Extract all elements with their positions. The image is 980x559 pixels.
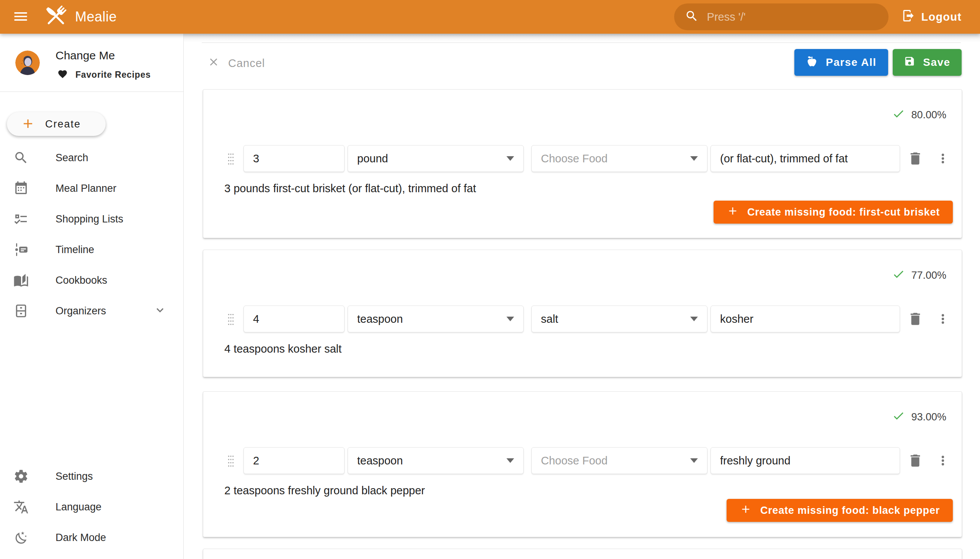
cabinet-icon [13, 303, 29, 319]
sidebar-item-label: Shopping Lists [56, 213, 123, 225]
confidence-indicator: 77.00% [892, 268, 946, 283]
more-options-button[interactable] [934, 452, 952, 469]
more-options-button[interactable] [934, 150, 952, 167]
create-missing-food-button[interactable]: Create missing food: black pepper [727, 499, 953, 522]
sidebar-item-settings[interactable]: Settings [0, 461, 183, 491]
delete-button[interactable] [906, 310, 925, 328]
quantity-input[interactable] [243, 306, 345, 332]
ingredient-card: 80.00% pound Choose Food [203, 89, 962, 238]
drag-handle[interactable] [223, 150, 238, 167]
calendar-icon [13, 180, 29, 197]
sidebar-item-shopping-lists[interactable]: Shopping Lists [0, 204, 183, 234]
app-header: Mealie Logout [0, 0, 980, 34]
logout-icon [902, 9, 915, 25]
sidebar-item-search[interactable]: Search [0, 142, 183, 173]
dropdown-arrow-icon [506, 317, 514, 321]
delete-button[interactable] [906, 149, 925, 168]
food-select[interactable]: salt [531, 306, 707, 332]
sidebar: Change Me Favorite Recipes Create Search [0, 34, 184, 559]
dropdown-arrow-icon [506, 458, 514, 463]
moon-icon [13, 529, 29, 546]
sidebar-nav: Search Meal Planner Shopping Lists [0, 142, 183, 326]
food-value: salt [541, 313, 558, 326]
save-button[interactable]: Save [893, 49, 962, 76]
confidence-value: 93.00% [911, 411, 946, 423]
cancel-label: Cancel [228, 57, 265, 70]
sidebar-item-label: Search [56, 152, 88, 164]
floppy-icon [904, 56, 915, 70]
note-input[interactable] [711, 306, 900, 332]
mealie-logo[interactable] [42, 3, 70, 31]
sheet-top-border [202, 43, 961, 43]
plus-icon [740, 503, 752, 518]
sidebar-item-label: Meal Planner [56, 183, 116, 195]
sidebar-item-timeline[interactable]: Timeline [0, 234, 183, 265]
sidebar-item-label: Organizers [56, 305, 106, 317]
parse-all-button[interactable]: Parse All [794, 49, 888, 76]
sidebar-item-label: Dark Mode [56, 532, 106, 544]
create-label: Create [45, 118, 81, 130]
book-open-icon [13, 272, 29, 288]
search-icon [13, 150, 29, 166]
heart-icon [58, 69, 68, 81]
favorite-recipes-link[interactable]: Favorite Recipes [58, 69, 151, 81]
checklist-icon [13, 211, 29, 227]
confidence-value: 80.00% [911, 109, 946, 121]
drag-handle[interactable] [223, 311, 238, 327]
chevron-down-icon [153, 303, 167, 319]
check-icon [892, 107, 905, 123]
more-options-button[interactable] [934, 311, 952, 327]
ingredient-fields-row: teaspoon Choose Food [203, 447, 962, 474]
dropdown-arrow-icon [690, 156, 698, 161]
main-content: Cancel Parse All Save 80.00% [184, 34, 980, 559]
timeline-icon [13, 241, 29, 258]
sidebar-item-label: Cookbooks [56, 275, 107, 286]
app-title[interactable]: Mealie [75, 9, 117, 25]
avatar[interactable] [15, 51, 40, 75]
save-label: Save [923, 56, 950, 69]
logout-button[interactable]: Logout [902, 9, 962, 25]
food-placeholder: Choose Food [541, 455, 608, 467]
sidebar-item-language[interactable]: Language [0, 491, 183, 522]
unit-select[interactable]: teaspoon [348, 447, 524, 474]
create-missing-food-label: Create missing food: black pepper [760, 504, 940, 516]
parse-all-label: Parse All [826, 56, 876, 69]
create-missing-food-button[interactable]: Create missing food: first-cut brisket [714, 201, 953, 223]
ingredient-card: 93.00% teaspoon Choose Food [203, 391, 962, 537]
cancel-button[interactable]: Cancel [208, 55, 265, 71]
unit-select[interactable]: teaspoon [348, 306, 524, 332]
original-ingredient-text: 3 pounds first-cut brisket (or flat-cut)… [224, 181, 476, 196]
search-bar[interactable] [674, 3, 889, 30]
silverware-icon [43, 3, 69, 31]
original-ingredient-text: 2 teaspoons freshly ground black pepper [224, 483, 425, 498]
confidence-indicator: 93.00% [892, 409, 946, 425]
quantity-input[interactable] [243, 447, 345, 474]
unit-select[interactable]: pound [348, 145, 524, 172]
plus-icon [727, 205, 739, 220]
unit-value: teaspoon [357, 313, 403, 326]
sidebar-item-dark-mode[interactable]: Dark Mode [0, 522, 183, 553]
ingredient-card: 77.00% teaspoon salt [203, 250, 962, 377]
sidebar-item-cookbooks[interactable]: Cookbooks [0, 265, 183, 296]
search-input[interactable] [707, 11, 878, 23]
note-input[interactable] [711, 447, 900, 474]
menu-button[interactable] [10, 6, 31, 28]
sidebar-item-organizers[interactable]: Organizers [0, 296, 183, 326]
delete-button[interactable] [906, 452, 925, 470]
dropdown-arrow-icon [690, 317, 698, 321]
food-select[interactable]: Choose Food [531, 447, 707, 474]
original-ingredient-text: 4 teaspoons kosher salt [224, 341, 342, 356]
food-select[interactable]: Choose Food [531, 145, 707, 172]
unit-value: pound [357, 152, 388, 165]
create-button[interactable]: Create [7, 112, 106, 136]
quantity-input[interactable] [243, 145, 345, 172]
confidence-value: 77.00% [911, 270, 946, 281]
user-name: Change Me [56, 49, 115, 62]
unit-value: teaspoon [357, 455, 403, 467]
note-input[interactable] [711, 145, 900, 172]
ingredient-card-partial [203, 549, 962, 559]
sidebar-item-meal-planner[interactable]: Meal Planner [0, 173, 183, 204]
header-shadow [184, 34, 980, 42]
drag-handle[interactable] [223, 452, 238, 469]
plus-icon [21, 116, 35, 132]
